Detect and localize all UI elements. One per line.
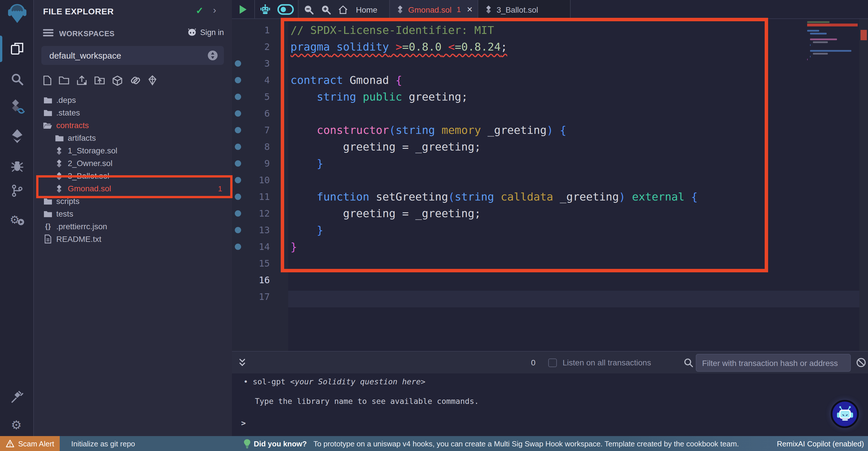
new-folder-icon[interactable] <box>59 75 69 86</box>
tree-item--states[interactable]: .states <box>34 106 232 119</box>
code-line-5: string public greeting; <box>290 88 468 105</box>
tree-item-1-storage-sol[interactable]: 1_Storage.sol <box>34 144 232 157</box>
solidity-icon <box>55 159 64 167</box>
rail-item-git[interactable] <box>0 183 34 198</box>
tree-item-scripts[interactable]: scripts <box>34 195 232 207</box>
rail-item-plugin-manager[interactable]: ⚙ <box>0 212 34 227</box>
error-overview-mark <box>861 30 867 40</box>
tab-error-badge: 1 <box>457 5 461 14</box>
tree-item-readme-txt[interactable]: README.txt <box>34 233 232 245</box>
line-number: 1 <box>232 22 270 38</box>
minimap-line <box>810 38 837 40</box>
tree-item--deps[interactable]: .deps <box>34 94 232 106</box>
panel-title: FILE EXPLORER <box>43 6 114 16</box>
folder-open-icon <box>43 121 52 129</box>
folder-icon <box>43 210 52 218</box>
code-line-2: pragma solidity >=0.8.0 <=0.8.24; <box>290 38 507 55</box>
tab-gmonad-sol[interactable]: Gmonad.sol 1 ✕ <box>390 0 477 19</box>
minimap-line <box>810 50 851 52</box>
editor-scrollbar[interactable] <box>859 19 868 351</box>
sign-in-button[interactable]: Sign in <box>187 28 224 37</box>
workspace-select[interactable]: default_workspace <box>41 46 224 65</box>
minimap-line <box>813 53 828 55</box>
folder-icon <box>55 134 64 142</box>
settings-icon: ⚙ <box>10 418 24 431</box>
listen-all-transactions-label: Listen on all transactions <box>563 358 651 367</box>
solidity-badge-icon[interactable] <box>148 75 157 86</box>
line-number: 2 <box>232 38 270 55</box>
zoom-out-icon[interactable] <box>304 4 314 15</box>
rail-item-file-explorer[interactable] <box>0 41 34 56</box>
rail-item-remix-logo[interactable] <box>0 6 34 21</box>
new-file-icon[interactable] <box>43 75 52 86</box>
tree-item-gmonad-sol[interactable]: Gmonad.sol1 <box>34 182 232 195</box>
terminal-output[interactable]: • sol-gpt <your Solidity question here> … <box>232 373 868 436</box>
tree-item-artifacts[interactable]: artifacts <box>34 132 232 144</box>
minimap-line <box>810 44 811 46</box>
svg-text:⚙: ⚙ <box>9 214 19 226</box>
remix-ide-window: ⚙⚙ FILE EXPLORER ✓ › WORKSPACES Sign in … <box>0 0 868 451</box>
rail-item-deploy-run[interactable] <box>0 129 34 144</box>
tree-item-label: scripts <box>56 196 80 206</box>
terminal-prompt[interactable]: > <box>241 418 246 427</box>
remix-ai-assistant-button[interactable] <box>831 400 859 428</box>
copilot-toggle[interactable] <box>277 4 293 15</box>
deploy-run-icon <box>10 129 24 144</box>
folder-icon <box>43 96 52 104</box>
git-init-button[interactable]: Initialize as git repo <box>71 439 135 448</box>
plugin-manager-icon: ⚙ <box>9 213 24 226</box>
debugger-icon <box>10 159 24 173</box>
tree-item-tests[interactable]: tests <box>34 207 232 220</box>
editor-minimap[interactable] <box>807 21 859 96</box>
tree-item-2-owner-sol[interactable]: 2_Owner.sol <box>34 157 232 169</box>
upload-folder-icon[interactable] <box>94 75 105 86</box>
rail-item-solidity-compiler[interactable] <box>0 99 34 114</box>
chevron-right-icon[interactable]: › <box>213 5 216 16</box>
folder-icon <box>43 109 52 116</box>
file-toolbar <box>43 75 157 86</box>
tree-item--prettierrc-json[interactable]: { }.prettierrc.json <box>34 220 232 233</box>
terminal-collapse-icon[interactable] <box>238 358 247 367</box>
ai-robot-icon[interactable] <box>259 4 271 15</box>
editor-tab-strip: Home Gmonad.sol 1 ✕ 3_Ballot.sol <box>232 0 868 19</box>
code-line-4: contract Gmonad { <box>290 72 402 88</box>
tab-3-ballot-sol[interactable]: 3_Ballot.sol <box>478 0 570 19</box>
line-number: 7 <box>232 122 270 138</box>
tab-close-icon[interactable]: ✕ <box>466 5 473 14</box>
copilot-status[interactable]: RemixAI Copilot (enabled) <box>777 439 864 448</box>
code-line-14: } <box>290 238 297 255</box>
listen-all-transactions-checkbox[interactable] <box>548 358 557 367</box>
did-you-know-label: Did you know? <box>254 439 307 448</box>
tree-item-label: README.txt <box>56 234 101 244</box>
folder-icon <box>43 197 52 205</box>
workspaces-menu-icon[interactable] <box>43 29 53 37</box>
error-count-badge: 1 <box>218 184 222 193</box>
minimap-line <box>813 41 828 43</box>
tree-item-label: .deps <box>56 95 76 105</box>
tree-item-label: contracts <box>56 121 89 130</box>
link-icon[interactable] <box>130 75 141 86</box>
cube-icon[interactable] <box>112 75 123 86</box>
tab-home[interactable]: Home <box>338 5 377 14</box>
scam-alert-button[interactable]: Scam Alert <box>0 436 60 451</box>
run-script-button[interactable] <box>232 0 254 19</box>
tree-item-label: .prettierrc.json <box>56 222 107 231</box>
tree-item-label: artifacts <box>68 133 96 142</box>
line-number: 8 <box>232 138 270 155</box>
rail-item-search[interactable] <box>0 72 34 87</box>
tree-item-3-ballot-sol[interactable]: 3_Ballot.sol <box>34 169 232 182</box>
tree-item-contracts[interactable]: contracts <box>34 119 232 132</box>
upload-file-icon[interactable] <box>76 75 87 86</box>
code-editor[interactable]: 1234567891011121314151617 // SPDX-Licens… <box>232 19 868 351</box>
code-line-12: greeting = _greeting; <box>290 205 481 222</box>
rail-item-debugger[interactable] <box>0 159 34 173</box>
remix-logo-icon <box>5 2 28 25</box>
clear-console-icon[interactable] <box>856 357 866 368</box>
zoom-in-icon[interactable] <box>321 4 331 15</box>
solidity-compiler-icon <box>9 99 25 114</box>
transaction-filter-input[interactable] <box>696 354 851 372</box>
rail-item-settings[interactable]: ⚙ <box>0 417 34 432</box>
minimap-error-line <box>807 24 858 26</box>
json-icon: { } <box>43 222 52 230</box>
rail-item-plug[interactable] <box>0 390 34 404</box>
